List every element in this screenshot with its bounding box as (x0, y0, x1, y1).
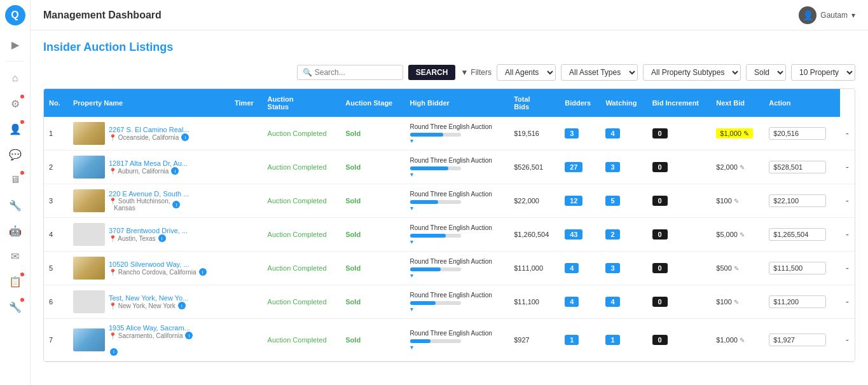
sidebar-icon-wrench[interactable]: 🔧 (4, 194, 27, 217)
agent-filter[interactable]: All Agents (497, 64, 556, 81)
sidebar-icon-settings[interactable]: ⚙ (4, 92, 27, 115)
prop-location: 📍 New York, New York i (109, 302, 188, 309)
search-input[interactable] (315, 68, 397, 77)
property-image (73, 328, 105, 351)
row-total-bids: 27 (560, 151, 600, 184)
col-auction-status: AuctionStatus (263, 89, 341, 117)
next-bid-input[interactable] (769, 127, 826, 140)
search-box: 🔍 (297, 65, 403, 80)
property-name-link[interactable]: 3707 Brentwood Drive, ... (109, 227, 188, 234)
sidebar-icon-user[interactable]: 👤 (4, 118, 27, 140)
next-bid-input[interactable] (769, 161, 826, 173)
sidebar-icon-home[interactable]: ⌂ (4, 67, 27, 90)
property-name-link[interactable]: Test, New York, New Yo... (109, 294, 188, 302)
row-next-bid (764, 218, 839, 252)
chevron-down-icon[interactable]: ▾ (410, 137, 413, 144)
search-button[interactable]: SEARCH (408, 65, 456, 80)
row-bidders: 3 (600, 252, 647, 285)
row-timer (230, 285, 263, 319)
chevron-down-icon[interactable]: ▾ (410, 238, 413, 245)
col-property-name: Property Name (68, 89, 230, 117)
sidebar-icon-chat[interactable]: 💬 (4, 143, 27, 166)
row-bidders: 4 (600, 117, 647, 151)
col-bidders: Bidders (560, 89, 600, 117)
sidebar-icon-monitor[interactable]: 🖥 (4, 168, 27, 191)
row-no: 5 (44, 252, 68, 285)
chevron-down-icon[interactable]: ▾ (410, 344, 413, 351)
progress-bar (410, 166, 461, 170)
chevron-down-icon[interactable]: ▾ (410, 171, 413, 178)
row-sold: Sold (340, 218, 404, 252)
sidebar-icon-arrow[interactable]: ▶ (4, 33, 27, 56)
prop-location: 📍 Austin, Texas i (109, 234, 188, 242)
row-action[interactable]: - (840, 117, 855, 151)
row-auction-status: Auction Completed (263, 184, 341, 218)
chevron-down-icon[interactable]: ▾ (410, 306, 413, 313)
sold-filter[interactable]: Sold (746, 64, 786, 81)
property-name-link[interactable]: 2267 S. El Camino Real... (109, 126, 189, 133)
next-bid-input[interactable] (769, 262, 826, 274)
sidebar-icon-robot[interactable]: 🤖 (4, 219, 27, 242)
sidebar-logo[interactable]: Q (5, 5, 25, 25)
info-icon: i (171, 167, 179, 175)
property-image (73, 290, 105, 313)
row-sold: Sold (340, 252, 404, 285)
table-row: 3 220 E Avenue D, South ... 📍 South Hutc… (44, 184, 855, 218)
edit-icon[interactable]: ✎ (740, 337, 745, 344)
next-bid-input[interactable] (769, 194, 826, 207)
row-action[interactable]: - (840, 218, 855, 252)
user-avatar-icon: 👤 (799, 6, 816, 24)
row-timer (230, 319, 263, 361)
row-auction-stage: Round Three English Auction ▾ (405, 285, 509, 319)
listings-table: No. Property Name Timer AuctionStatus Au… (43, 88, 855, 362)
row-watching: 0 (647, 285, 712, 319)
edit-icon[interactable]: ✎ (734, 265, 739, 272)
row-bid-increment: $500 ✎ (711, 252, 764, 285)
row-high-bidder: $1,260,504 (509, 218, 560, 252)
next-bid-input[interactable] (769, 295, 826, 308)
row-action[interactable]: - (840, 319, 855, 361)
count-filter[interactable]: 10 Property (791, 64, 855, 81)
edit-icon[interactable]: ✎ (734, 299, 739, 306)
row-timer (230, 218, 263, 252)
property-name-link[interactable]: 220 E Avenue D, South ... (109, 190, 189, 198)
property-subtype-filter[interactable]: All Property Subtypes (643, 64, 741, 81)
edit-icon[interactable]: ✎ (740, 231, 745, 238)
row-auction-status: Auction Completed (263, 285, 341, 319)
table-row: 4 3707 Brentwood Drive, ... 📍 Austin, Te… (44, 218, 855, 252)
row-action[interactable]: - (840, 184, 855, 218)
info-icon: i (181, 133, 189, 141)
edit-icon[interactable]: ✎ (734, 198, 739, 205)
property-name-link[interactable]: 10520 Silverwood Way, ... (109, 260, 207, 268)
row-timer (230, 184, 263, 218)
chevron-down-icon[interactable]: ▾ (410, 205, 413, 212)
sidebar-icon-tools[interactable]: 🔧 (4, 295, 27, 318)
row-total-bids: 4 (560, 252, 600, 285)
prop-location: 📍 South Hutchinson, Kansas i (109, 198, 189, 212)
row-bidders: 3 (600, 151, 647, 184)
asset-type-filter[interactable]: All Asset Types (561, 64, 638, 81)
sidebar-icon-list[interactable]: 📋 (4, 270, 27, 293)
row-total-bids: 4 (560, 285, 600, 319)
row-no: 6 (44, 285, 68, 319)
edit-icon[interactable]: ✎ (740, 164, 745, 171)
property-name-link[interactable]: 1935 Alice Way, Sacram... (109, 324, 193, 332)
property-image (73, 156, 105, 179)
row-watching: 0 (647, 184, 712, 218)
row-property: 220 E Avenue D, South ... 📍 South Hutchi… (68, 184, 230, 218)
content-area: Insider Auction Listings 🔍 SEARCH ▼ Filt… (31, 30, 868, 385)
property-name-link[interactable]: 12817 Alta Mesa Dr, Au... (109, 159, 188, 167)
row-action[interactable]: - (840, 252, 855, 285)
prop-location: 📍 Oceanside, California i (109, 133, 189, 141)
row-action[interactable]: - (840, 151, 855, 184)
row-watching: 0 (647, 218, 712, 252)
next-bid-input[interactable] (769, 334, 826, 346)
col-high-bidder: High Bidder (405, 89, 509, 117)
sidebar-icon-message[interactable]: ✉ (4, 245, 27, 267)
chevron-down-icon[interactable]: ▾ (410, 272, 413, 279)
user-menu[interactable]: 👤 Gautam ▾ (799, 6, 855, 24)
row-action[interactable]: - (840, 285, 855, 319)
next-bid-input[interactable] (769, 228, 826, 241)
row-bidders: 5 (600, 184, 647, 218)
row-high-bidder: $111,000 (509, 252, 560, 285)
